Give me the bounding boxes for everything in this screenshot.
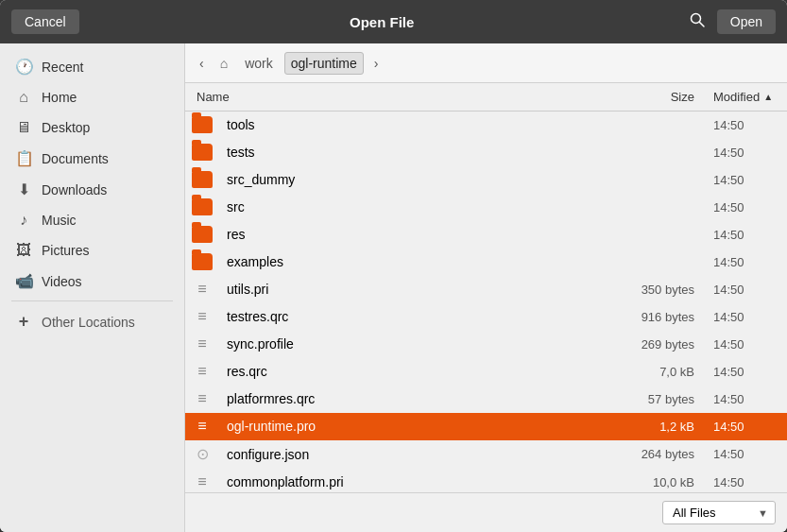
sidebar-item-label: Home bbox=[42, 90, 77, 105]
file-size: 57 bytes bbox=[607, 392, 702, 406]
main-area: 🕐 Recent ⌂ Home 🖥 Desktop 📋 Documents ⬇ … bbox=[0, 43, 787, 532]
folder-icon bbox=[192, 198, 213, 215]
file-modified: 14:50 bbox=[702, 475, 787, 489]
content-area: ‹ ⌂ work ogl-runtime › Name Size Modifie… bbox=[185, 43, 787, 532]
breadcrumb-back-button[interactable]: ‹ bbox=[195, 54, 209, 73]
file-icon: ≡ bbox=[185, 418, 219, 435]
file-name: sync.profile bbox=[219, 336, 607, 352]
table-row[interactable]: ≡ogl-runtime.pro1,2 kB14:50 bbox=[185, 413, 787, 440]
table-row[interactable]: res14:50 bbox=[185, 221, 787, 249]
breadcrumb-bar: ‹ ⌂ work ogl-runtime › bbox=[185, 43, 787, 83]
column-header-modified: Modified ▲ bbox=[702, 87, 787, 107]
breadcrumb-home-button[interactable]: ⌂ bbox=[214, 53, 233, 74]
music-icon: ♪ bbox=[15, 212, 32, 229]
file-name: tests bbox=[219, 145, 607, 160]
sidebar-item-desktop[interactable]: 🖥 Desktop bbox=[0, 112, 184, 143]
sidebar-item-label: Downloads bbox=[42, 182, 107, 197]
table-row[interactable]: examples14:50 bbox=[185, 249, 787, 276]
folder-icon bbox=[192, 253, 213, 270]
file-modified: 14:50 bbox=[702, 337, 787, 352]
generic-file-icon: ≡ bbox=[197, 390, 206, 407]
videos-icon: 📹 bbox=[15, 272, 32, 290]
table-row[interactable]: ≡testres.qrc916 bytes14:50 bbox=[185, 303, 787, 331]
table-row[interactable]: ≡res.qrc7,0 kB14:50 bbox=[185, 358, 787, 386]
file-modified: 14:50 bbox=[702, 310, 787, 324]
home-icon: ⌂ bbox=[15, 89, 32, 106]
generic-file-icon: ≡ bbox=[197, 363, 206, 380]
file-icon: ⊙ bbox=[185, 445, 219, 463]
file-size: 264 bytes bbox=[607, 447, 702, 461]
file-name: platformres.qrc bbox=[219, 391, 607, 406]
breadcrumb-current-button[interactable]: ogl-runtime bbox=[284, 52, 364, 75]
breadcrumb-forward-button[interactable]: › bbox=[369, 54, 384, 73]
sidebar-item-home[interactable]: ⌂ Home bbox=[0, 82, 184, 112]
generic-file-icon: ≡ bbox=[197, 308, 206, 325]
svg-line-1 bbox=[699, 23, 704, 27]
file-icon bbox=[185, 253, 219, 270]
file-list: tools14:50tests14:50src_dummy14:50src14:… bbox=[185, 112, 787, 492]
sidebar-item-other-locations[interactable]: + Other Locations bbox=[0, 305, 184, 338]
documents-icon: 📋 bbox=[15, 149, 32, 167]
file-name: utils.pri bbox=[219, 282, 607, 297]
sidebar-item-pictures[interactable]: 🖼 Pictures bbox=[0, 235, 184, 266]
file-name: src_dummy bbox=[219, 172, 607, 187]
cancel-button[interactable]: Cancel bbox=[11, 9, 79, 34]
file-icon bbox=[185, 226, 219, 243]
sidebar-item-downloads[interactable]: ⬇ Downloads bbox=[0, 174, 184, 205]
file-modified: 14:50 bbox=[702, 365, 787, 379]
generic-file-icon: ≡ bbox=[197, 281, 206, 298]
search-icon bbox=[689, 11, 706, 28]
file-modified: 14:50 bbox=[702, 200, 787, 215]
file-size: 7,0 kB bbox=[607, 365, 702, 379]
file-name: configure.json bbox=[219, 447, 607, 462]
file-icon bbox=[185, 116, 219, 133]
file-icon: ≡ bbox=[185, 390, 219, 407]
bottom-bar: All Files*.pro*.pri*.qrc*.json ▼ bbox=[185, 492, 787, 532]
open-file-dialog: Cancel Open File Open 🕐 Recent ⌂ Home bbox=[0, 0, 787, 532]
sidebar-item-label: Other Locations bbox=[42, 315, 135, 330]
file-size: 350 bytes bbox=[607, 283, 702, 297]
dialog-title: Open File bbox=[79, 14, 685, 30]
sidebar-item-label: Music bbox=[42, 213, 77, 228]
sidebar-item-label: Desktop bbox=[42, 120, 90, 135]
file-modified: 14:50 bbox=[702, 420, 787, 434]
file-size: 916 bytes bbox=[607, 310, 702, 324]
table-row[interactable]: src_dummy14:50 bbox=[185, 166, 787, 194]
titlebar: Cancel Open File Open bbox=[0, 0, 787, 43]
filter-select[interactable]: All Files*.pro*.pri*.qrc*.json bbox=[662, 501, 776, 524]
table-row[interactable]: ≡commonplatform.pri10,0 kB14:50 bbox=[185, 469, 787, 492]
table-row[interactable]: tools14:50 bbox=[185, 112, 787, 139]
file-icon: ≡ bbox=[185, 335, 219, 352]
sort-arrow-icon: ▲ bbox=[763, 92, 773, 102]
table-row[interactable]: ≡sync.profile269 bytes14:50 bbox=[185, 331, 787, 358]
selected-file-icon: ≡ bbox=[197, 418, 206, 435]
search-button[interactable] bbox=[685, 8, 710, 36]
file-modified: 14:50 bbox=[702, 228, 787, 242]
downloads-icon: ⬇ bbox=[15, 180, 32, 198]
table-row[interactable]: ≡platformres.qrc57 bytes14:50 bbox=[185, 386, 787, 413]
sidebar-item-music[interactable]: ♪ Music bbox=[0, 205, 184, 235]
table-row[interactable]: tests14:50 bbox=[185, 139, 787, 166]
open-button[interactable]: Open bbox=[717, 9, 776, 34]
sidebar-item-videos[interactable]: 📹 Videos bbox=[0, 266, 184, 297]
table-row[interactable]: src14:50 bbox=[185, 194, 787, 221]
file-modified: 14:50 bbox=[702, 146, 787, 160]
titlebar-right: Open bbox=[685, 8, 776, 36]
file-icon: ≡ bbox=[185, 281, 219, 298]
file-icon: ≡ bbox=[185, 473, 219, 490]
sidebar-item-recent[interactable]: 🕐 Recent bbox=[0, 51, 184, 82]
sidebar-item-documents[interactable]: 📋 Documents bbox=[0, 143, 184, 174]
recent-icon: 🕐 bbox=[15, 58, 32, 76]
folder-icon bbox=[192, 171, 213, 188]
filter-wrapper: All Files*.pro*.pri*.qrc*.json ▼ bbox=[662, 501, 776, 524]
file-icon: ≡ bbox=[185, 308, 219, 325]
breadcrumb-home-icon: ⌂ bbox=[220, 56, 228, 71]
breadcrumb-parent-button[interactable]: work bbox=[239, 53, 279, 74]
file-name: res bbox=[219, 227, 607, 242]
table-row[interactable]: ⊙configure.json264 bytes14:50 bbox=[185, 440, 787, 469]
file-modified: 14:50 bbox=[702, 255, 787, 269]
file-name: tools bbox=[219, 117, 607, 132]
generic-file-icon: ≡ bbox=[197, 473, 206, 490]
table-row[interactable]: ≡utils.pri350 bytes14:50 bbox=[185, 276, 787, 303]
file-modified: 14:50 bbox=[702, 392, 787, 406]
